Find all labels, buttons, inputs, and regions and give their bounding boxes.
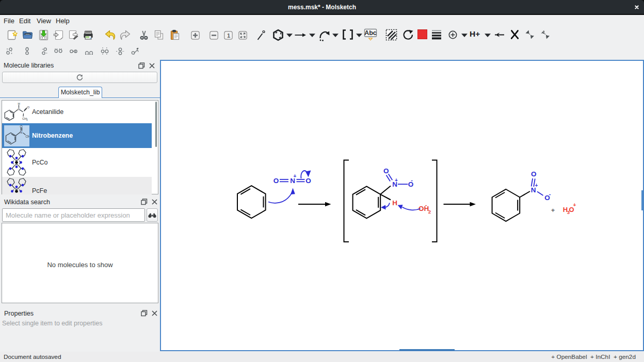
svg-text:+: + bbox=[294, 173, 297, 179]
svg-text:+: + bbox=[395, 177, 398, 183]
svg-text:O: O bbox=[273, 177, 279, 185]
svg-text:O: O bbox=[27, 106, 30, 109]
svg-text:2: 2 bbox=[428, 209, 431, 215]
svg-text:-: - bbox=[549, 191, 551, 197]
svg-text:-: - bbox=[425, 202, 427, 208]
svg-text:O: O bbox=[20, 125, 23, 128]
svg-text:Abc: Abc bbox=[364, 29, 377, 37]
svg-text:O: O bbox=[531, 170, 537, 178]
svg-text:O: O bbox=[305, 177, 311, 185]
svg-text:H: H bbox=[18, 102, 20, 105]
svg-text:O: O bbox=[383, 167, 389, 175]
svg-text:N: N bbox=[20, 130, 23, 134]
svg-text:-: - bbox=[411, 177, 413, 183]
svg-text:+: + bbox=[551, 206, 555, 214]
svg-text:3: 3 bbox=[26, 119, 28, 121]
svg-text:1: 1 bbox=[227, 32, 230, 39]
svg-text:+: + bbox=[535, 183, 538, 188]
svg-text:+: + bbox=[573, 202, 576, 208]
svg-text:H: H bbox=[392, 199, 397, 207]
svg-text:OH: OH bbox=[26, 135, 30, 138]
svg-text:N: N bbox=[18, 108, 20, 111]
